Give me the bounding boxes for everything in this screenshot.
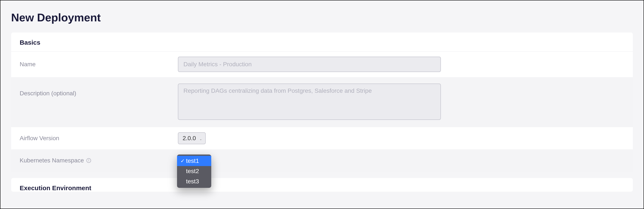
namespace-option-label: test2 <box>186 168 199 174</box>
namespace-option-label: test1 <box>186 158 199 164</box>
namespace-dropdown: ✓ test1 test2 test3 <box>177 154 211 188</box>
description-label: Description (optional) <box>20 84 178 97</box>
description-input[interactable] <box>178 84 441 120</box>
svg-point-2 <box>89 160 89 160</box>
page-container: New Deployment Basics Name Description (… <box>0 0 644 192</box>
info-icon[interactable] <box>86 158 92 163</box>
namespace-option-test1[interactable]: ✓ test1 <box>177 156 211 166</box>
check-icon: ✓ <box>180 158 185 164</box>
name-row: Name <box>11 52 633 77</box>
airflow-version-control: 2.0.0 <box>178 132 206 144</box>
name-control <box>178 57 441 72</box>
execution-environment-card: Execution Environment <box>11 178 633 192</box>
description-row: Description (optional) <box>11 77 633 127</box>
airflow-version-value: 2.0.0 <box>182 135 196 142</box>
airflow-version-select[interactable]: 2.0.0 <box>178 132 206 144</box>
description-control <box>178 84 441 121</box>
name-label: Name <box>20 61 178 68</box>
execution-environment-heading: Execution Environment <box>20 184 624 192</box>
chevron-down-icon <box>199 136 203 140</box>
name-input[interactable] <box>178 57 441 72</box>
kubernetes-namespace-row: Kubernetes Namespace test1 <box>11 150 633 172</box>
namespace-option-test3[interactable]: test3 <box>177 176 211 186</box>
page-title: New Deployment <box>11 11 633 24</box>
kubernetes-namespace-label: Kubernetes Namespace <box>20 157 178 164</box>
kubernetes-namespace-label-text: Kubernetes Namespace <box>20 157 84 164</box>
airflow-version-row: Airflow Version 2.0.0 <box>11 127 633 150</box>
basics-card: Basics Name Description (optional) Airfl… <box>11 32 633 172</box>
basics-heading: Basics <box>11 32 633 52</box>
kubernetes-namespace-control: test1 ✓ test1 test2 <box>178 154 207 166</box>
namespace-option-label: test3 <box>186 178 199 185</box>
namespace-option-test2[interactable]: test2 <box>177 166 211 176</box>
airflow-version-label: Airflow Version <box>20 135 178 142</box>
